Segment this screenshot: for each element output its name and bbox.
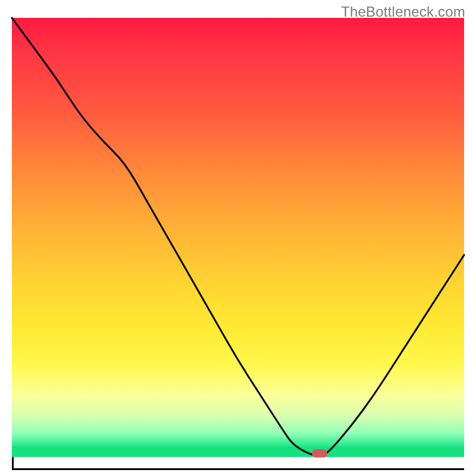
curve-svg (12, 18, 464, 470)
chart-container: TheBottleneck.com (0, 0, 476, 476)
bottleneck-curve (12, 18, 464, 456)
plot-area (12, 18, 464, 470)
optimal-point-marker (312, 449, 327, 458)
